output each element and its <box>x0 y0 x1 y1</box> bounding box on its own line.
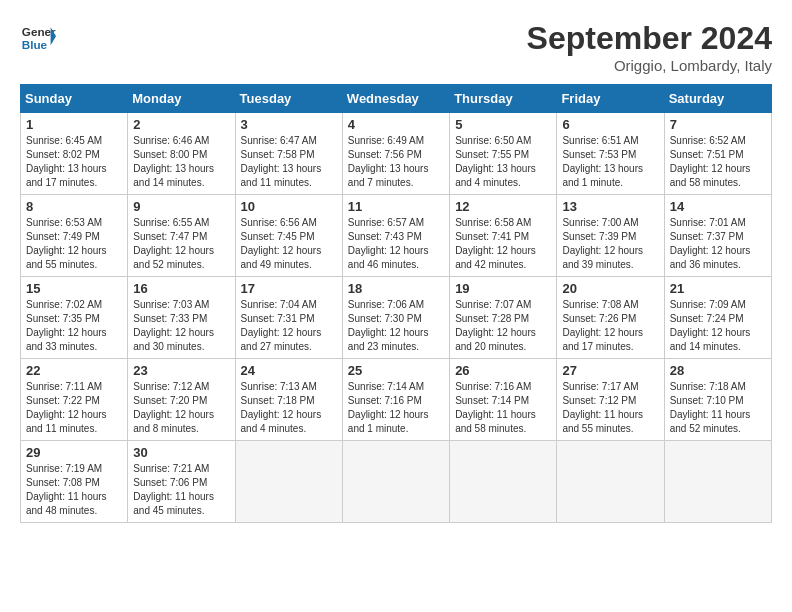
day-cell: 23 Sunrise: 7:12 AMSunset: 7:20 PMDaylig… <box>128 359 235 441</box>
week-row-5: 29 Sunrise: 7:19 AMSunset: 7:08 PMDaylig… <box>21 441 772 523</box>
day-cell: 1 Sunrise: 6:45 AMSunset: 8:02 PMDayligh… <box>21 113 128 195</box>
day-detail: Sunrise: 6:47 AMSunset: 7:58 PMDaylight:… <box>241 134 337 190</box>
day-detail: Sunrise: 6:49 AMSunset: 7:56 PMDaylight:… <box>348 134 444 190</box>
day-cell: 21 Sunrise: 7:09 AMSunset: 7:24 PMDaylig… <box>664 277 771 359</box>
day-number: 16 <box>133 281 229 296</box>
day-number: 29 <box>26 445 122 460</box>
header-cell-wednesday: Wednesday <box>342 85 449 113</box>
day-cell: 3 Sunrise: 6:47 AMSunset: 7:58 PMDayligh… <box>235 113 342 195</box>
week-row-1: 1 Sunrise: 6:45 AMSunset: 8:02 PMDayligh… <box>21 113 772 195</box>
week-row-2: 8 Sunrise: 6:53 AMSunset: 7:49 PMDayligh… <box>21 195 772 277</box>
day-number: 25 <box>348 363 444 378</box>
calendar-table: SundayMondayTuesdayWednesdayThursdayFrid… <box>20 84 772 523</box>
day-detail: Sunrise: 6:52 AMSunset: 7:51 PMDaylight:… <box>670 134 766 190</box>
day-cell: 14 Sunrise: 7:01 AMSunset: 7:37 PMDaylig… <box>664 195 771 277</box>
day-number: 19 <box>455 281 551 296</box>
header-cell-sunday: Sunday <box>21 85 128 113</box>
day-cell: 12 Sunrise: 6:58 AMSunset: 7:41 PMDaylig… <box>450 195 557 277</box>
day-detail: Sunrise: 6:58 AMSunset: 7:41 PMDaylight:… <box>455 216 551 272</box>
day-detail: Sunrise: 7:09 AMSunset: 7:24 PMDaylight:… <box>670 298 766 354</box>
day-number: 14 <box>670 199 766 214</box>
day-number: 28 <box>670 363 766 378</box>
day-detail: Sunrise: 7:18 AMSunset: 7:10 PMDaylight:… <box>670 380 766 436</box>
day-number: 8 <box>26 199 122 214</box>
day-cell: 16 Sunrise: 7:03 AMSunset: 7:33 PMDaylig… <box>128 277 235 359</box>
day-detail: Sunrise: 7:19 AMSunset: 7:08 PMDaylight:… <box>26 462 122 518</box>
day-cell: 26 Sunrise: 7:16 AMSunset: 7:14 PMDaylig… <box>450 359 557 441</box>
day-cell: 2 Sunrise: 6:46 AMSunset: 8:00 PMDayligh… <box>128 113 235 195</box>
header-cell-saturday: Saturday <box>664 85 771 113</box>
day-number: 2 <box>133 117 229 132</box>
day-cell: 19 Sunrise: 7:07 AMSunset: 7:28 PMDaylig… <box>450 277 557 359</box>
day-cell <box>235 441 342 523</box>
day-number: 27 <box>562 363 658 378</box>
month-title: September 2024 <box>527 20 772 57</box>
header-cell-monday: Monday <box>128 85 235 113</box>
day-detail: Sunrise: 7:21 AMSunset: 7:06 PMDaylight:… <box>133 462 229 518</box>
day-number: 9 <box>133 199 229 214</box>
header-cell-friday: Friday <box>557 85 664 113</box>
day-detail: Sunrise: 6:46 AMSunset: 8:00 PMDaylight:… <box>133 134 229 190</box>
day-cell: 11 Sunrise: 6:57 AMSunset: 7:43 PMDaylig… <box>342 195 449 277</box>
day-number: 21 <box>670 281 766 296</box>
day-detail: Sunrise: 7:11 AMSunset: 7:22 PMDaylight:… <box>26 380 122 436</box>
day-number: 17 <box>241 281 337 296</box>
day-cell: 22 Sunrise: 7:11 AMSunset: 7:22 PMDaylig… <box>21 359 128 441</box>
day-detail: Sunrise: 7:14 AMSunset: 7:16 PMDaylight:… <box>348 380 444 436</box>
logo: General Blue <box>20 20 56 56</box>
day-detail: Sunrise: 6:57 AMSunset: 7:43 PMDaylight:… <box>348 216 444 272</box>
day-number: 7 <box>670 117 766 132</box>
day-number: 4 <box>348 117 444 132</box>
day-cell <box>664 441 771 523</box>
day-cell: 9 Sunrise: 6:55 AMSunset: 7:47 PMDayligh… <box>128 195 235 277</box>
day-cell: 6 Sunrise: 6:51 AMSunset: 7:53 PMDayligh… <box>557 113 664 195</box>
day-detail: Sunrise: 7:17 AMSunset: 7:12 PMDaylight:… <box>562 380 658 436</box>
day-detail: Sunrise: 7:12 AMSunset: 7:20 PMDaylight:… <box>133 380 229 436</box>
day-number: 11 <box>348 199 444 214</box>
day-number: 18 <box>348 281 444 296</box>
day-cell: 30 Sunrise: 7:21 AMSunset: 7:06 PMDaylig… <box>128 441 235 523</box>
day-detail: Sunrise: 7:01 AMSunset: 7:37 PMDaylight:… <box>670 216 766 272</box>
header-cell-thursday: Thursday <box>450 85 557 113</box>
day-number: 30 <box>133 445 229 460</box>
day-cell: 20 Sunrise: 7:08 AMSunset: 7:26 PMDaylig… <box>557 277 664 359</box>
header-cell-tuesday: Tuesday <box>235 85 342 113</box>
day-number: 10 <box>241 199 337 214</box>
title-block: September 2024 Origgio, Lombardy, Italy <box>527 20 772 74</box>
svg-text:Blue: Blue <box>22 38 48 51</box>
day-number: 13 <box>562 199 658 214</box>
day-number: 3 <box>241 117 337 132</box>
week-row-3: 15 Sunrise: 7:02 AMSunset: 7:35 PMDaylig… <box>21 277 772 359</box>
day-cell: 5 Sunrise: 6:50 AMSunset: 7:55 PMDayligh… <box>450 113 557 195</box>
day-cell: 4 Sunrise: 6:49 AMSunset: 7:56 PMDayligh… <box>342 113 449 195</box>
day-detail: Sunrise: 7:02 AMSunset: 7:35 PMDaylight:… <box>26 298 122 354</box>
day-cell <box>557 441 664 523</box>
day-number: 22 <box>26 363 122 378</box>
day-detail: Sunrise: 6:55 AMSunset: 7:47 PMDaylight:… <box>133 216 229 272</box>
day-detail: Sunrise: 7:07 AMSunset: 7:28 PMDaylight:… <box>455 298 551 354</box>
day-number: 26 <box>455 363 551 378</box>
page-header: General Blue September 2024 Origgio, Lom… <box>20 20 772 74</box>
logo-icon: General Blue <box>20 20 56 56</box>
day-detail: Sunrise: 7:00 AMSunset: 7:39 PMDaylight:… <box>562 216 658 272</box>
day-number: 20 <box>562 281 658 296</box>
day-detail: Sunrise: 7:08 AMSunset: 7:26 PMDaylight:… <box>562 298 658 354</box>
day-cell: 25 Sunrise: 7:14 AMSunset: 7:16 PMDaylig… <box>342 359 449 441</box>
day-detail: Sunrise: 6:50 AMSunset: 7:55 PMDaylight:… <box>455 134 551 190</box>
day-cell: 8 Sunrise: 6:53 AMSunset: 7:49 PMDayligh… <box>21 195 128 277</box>
day-cell: 27 Sunrise: 7:17 AMSunset: 7:12 PMDaylig… <box>557 359 664 441</box>
location: Origgio, Lombardy, Italy <box>527 57 772 74</box>
week-row-4: 22 Sunrise: 7:11 AMSunset: 7:22 PMDaylig… <box>21 359 772 441</box>
day-number: 1 <box>26 117 122 132</box>
day-cell <box>450 441 557 523</box>
day-number: 23 <box>133 363 229 378</box>
day-detail: Sunrise: 6:51 AMSunset: 7:53 PMDaylight:… <box>562 134 658 190</box>
day-detail: Sunrise: 6:53 AMSunset: 7:49 PMDaylight:… <box>26 216 122 272</box>
day-detail: Sunrise: 7:04 AMSunset: 7:31 PMDaylight:… <box>241 298 337 354</box>
day-detail: Sunrise: 7:13 AMSunset: 7:18 PMDaylight:… <box>241 380 337 436</box>
day-number: 6 <box>562 117 658 132</box>
day-cell: 28 Sunrise: 7:18 AMSunset: 7:10 PMDaylig… <box>664 359 771 441</box>
day-cell: 29 Sunrise: 7:19 AMSunset: 7:08 PMDaylig… <box>21 441 128 523</box>
day-detail: Sunrise: 7:06 AMSunset: 7:30 PMDaylight:… <box>348 298 444 354</box>
day-detail: Sunrise: 7:16 AMSunset: 7:14 PMDaylight:… <box>455 380 551 436</box>
